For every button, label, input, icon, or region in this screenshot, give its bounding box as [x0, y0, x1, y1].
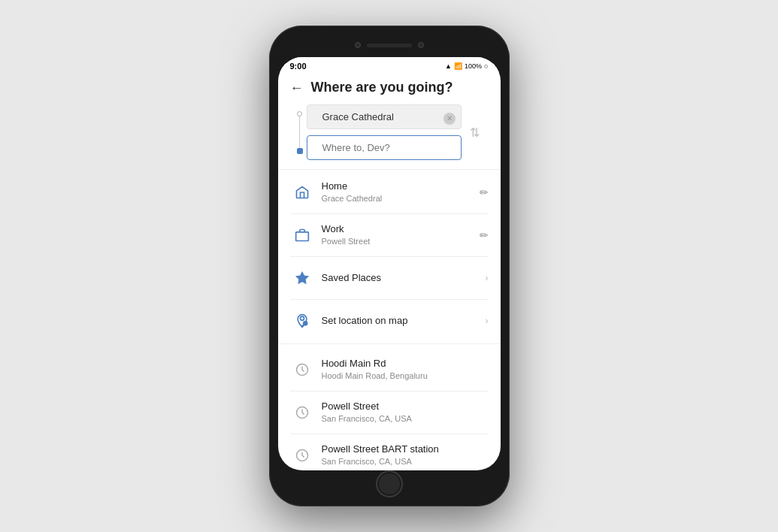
- svg-marker-2: [295, 272, 308, 284]
- page-header: ← Where are you going?: [278, 72, 501, 101]
- home-text: Home Grace Cathedral: [322, 180, 480, 204]
- phone-notch: [278, 35, 501, 56]
- work-icon: [290, 223, 314, 247]
- recent-powell-bart-text: Powell Street BART station San Francisco…: [322, 443, 489, 467]
- recent-clock-icon-3: [290, 443, 314, 467]
- divider-1: [290, 213, 489, 214]
- recent-hoodi-title: Hoodi Main Rd: [322, 358, 489, 370]
- divider-2: [290, 256, 489, 257]
- set-location-item[interactable]: Set location on map ›: [278, 301, 501, 340]
- front-camera: [355, 42, 361, 48]
- recent-powell-item[interactable]: Powell Street San Francisco, CA, USA: [278, 393, 501, 432]
- swap-icon: ⇅: [470, 125, 480, 140]
- wifi-icon: ▲: [445, 62, 452, 70]
- recent-items-list: Hoodi Main Rd Hoodi Main Road, Bengaluru…: [278, 347, 501, 470]
- battery-icon: ○: [484, 62, 488, 70]
- search-inputs-container: ✕ ⇅: [290, 104, 489, 160]
- recent-powell-bart-subtitle: San Francisco, CA, USA: [322, 456, 489, 467]
- page-title: Where are you going?: [311, 80, 453, 95]
- map-pin-icon: [290, 309, 314, 333]
- work-edit-icon[interactable]: ✏: [480, 229, 489, 241]
- from-input[interactable]: [307, 104, 462, 129]
- divider-r2: [290, 434, 489, 434]
- home-item[interactable]: Home Grace Cathedral ✏: [278, 173, 501, 212]
- recent-hoodi-text: Hoodi Main Rd Hoodi Main Road, Bengaluru: [322, 358, 489, 381]
- recent-powell-subtitle: San Francisco, CA, USA: [322, 413, 489, 424]
- star-icon: [290, 266, 314, 290]
- from-input-wrapper: ✕: [307, 104, 462, 132]
- saved-places-title: Saved Places: [322, 272, 486, 285]
- set-location-title: Set location on map: [322, 315, 486, 328]
- home-icon: [290, 180, 314, 204]
- svg-point-3: [300, 316, 304, 320]
- search-section: ✕ ⇅: [278, 101, 501, 166]
- recent-clock-icon-2: [290, 401, 314, 425]
- recent-powell-bart-item[interactable]: Powell Street BART station San Francisco…: [278, 436, 501, 470]
- status-bar: 9:00 ▲ 📶 100% ○: [278, 57, 501, 72]
- svg-rect-0: [295, 232, 308, 241]
- screen-content: ← Where are you going? ✕: [278, 72, 501, 470]
- home-title: Home: [322, 180, 480, 193]
- status-icons: ▲ 📶 100% ○: [445, 62, 488, 70]
- saved-places-text: Saved Places: [322, 272, 486, 285]
- set-location-chevron: ›: [486, 316, 489, 326]
- signal-icon: 📶: [454, 62, 462, 70]
- recent-hoodi-subtitle: Hoodi Main Road, Bengaluru: [322, 370, 489, 381]
- recent-clock-icon-1: [290, 358, 314, 382]
- phone-speaker: [367, 44, 412, 47]
- work-title: Work: [322, 223, 480, 236]
- saved-items-list: Home Grace Cathedral ✏: [278, 173, 501, 340]
- phone-screen: 9:00 ▲ 📶 100% ○ ← Where are you going?: [278, 57, 501, 470]
- recent-powell-text: Powell Street San Francisco, CA, USA: [322, 401, 489, 424]
- back-button[interactable]: ←: [290, 81, 304, 95]
- swap-button[interactable]: ⇅: [462, 104, 489, 160]
- sensor: [418, 42, 424, 48]
- divider-top: [278, 169, 501, 170]
- work-item[interactable]: Work Powell Street ✏: [278, 216, 501, 255]
- home-subtitle: Grace Cathedral: [322, 193, 480, 204]
- saved-places-chevron: ›: [486, 273, 489, 283]
- saved-places-item[interactable]: Saved Places ›: [278, 258, 501, 298]
- svg-point-4: [303, 322, 307, 325]
- work-subtitle: Powell Street: [322, 236, 480, 246]
- work-text: Work Powell Street: [322, 223, 480, 246]
- phone-bottom-bar: [278, 470, 501, 497]
- recent-powell-title: Powell Street: [322, 401, 489, 413]
- set-location-text: Set location on map: [322, 315, 486, 328]
- status-time: 9:00: [290, 62, 307, 71]
- phone-device: 9:00 ▲ 📶 100% ○ ← Where are you going?: [269, 26, 510, 506]
- battery-text: 100%: [465, 62, 482, 70]
- recent-hoodi-item[interactable]: Hoodi Main Rd Hoodi Main Road, Bengaluru: [278, 350, 501, 389]
- home-button[interactable]: [376, 470, 403, 497]
- divider-3: [290, 299, 489, 300]
- divider-r1: [290, 391, 489, 391]
- clear-from-button[interactable]: ✕: [443, 113, 456, 125]
- divider-recent-top: [278, 343, 501, 344]
- to-input[interactable]: [307, 135, 462, 160]
- home-edit-icon[interactable]: ✏: [480, 186, 489, 198]
- recent-powell-bart-title: Powell Street BART station: [322, 443, 489, 456]
